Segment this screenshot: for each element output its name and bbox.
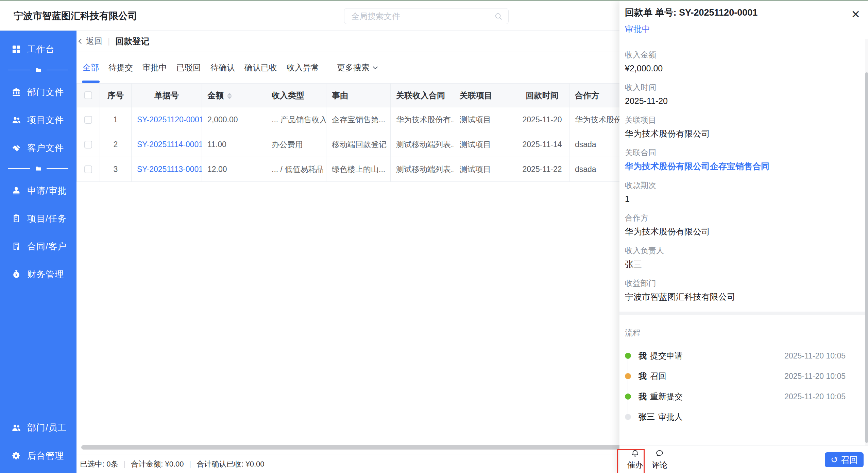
cell-amount: 2,000.00: [202, 107, 266, 132]
selected-count: 已选中: 0条: [80, 459, 118, 469]
row-checkbox[interactable]: [84, 141, 92, 148]
search-input[interactable]: [344, 8, 494, 24]
tab-income-abnormal[interactable]: 收入异常: [286, 62, 320, 73]
detail-title: 回款单 单号: SY-20251120-0001: [625, 6, 868, 19]
flow-actor: 我: [639, 350, 647, 361]
sidebar-item-customer-files[interactable]: 客户文件: [0, 139, 76, 157]
flow-dot-done: [625, 393, 631, 400]
flow-actor: 我: [639, 371, 647, 382]
field-label: 收益部门: [625, 279, 860, 287]
sidebar-item-workbench[interactable]: 工作台: [0, 40, 76, 58]
cell-reason: 移动端回款登记: [326, 132, 391, 157]
sidebar-divider: [0, 67, 76, 73]
cell-doc_no: SY-20251114-0001: [132, 132, 202, 157]
sidebar-item-project-task[interactable]: 项目/任务: [0, 209, 76, 228]
sidebar-item-label: 合同/客户: [27, 241, 67, 252]
recall-button[interactable]: ↺ 召回: [825, 452, 864, 467]
field-value: 2025-11-20: [625, 96, 860, 106]
flow-actor: 张三: [639, 411, 655, 422]
flow-step: 我提交申请2025-11-20 10:05: [625, 346, 860, 366]
sidebar-item-project-files[interactable]: 项目文件: [0, 111, 76, 129]
detail-panel-header: 回款单 单号: SY-20251120-0001 审批中 ×: [619, 1, 868, 39]
search-icon[interactable]: [494, 12, 508, 21]
cell-income_type: ... 产品销售收入: [266, 107, 326, 132]
sidebar-item-admin[interactable]: 后台管理: [0, 446, 76, 465]
cell-amount: 12.00: [202, 157, 266, 182]
tab-approving[interactable]: 审批中: [142, 62, 168, 73]
total-confirmed: 合计确认已收: ¥0.00: [197, 459, 264, 469]
flow-section-title: 流程: [625, 329, 860, 337]
column-label: 关联项目: [460, 91, 492, 100]
cell-income_type: 办公费用: [266, 132, 326, 157]
panel-scrollbar[interactable]: [865, 39, 868, 445]
field-value: 华为技术股份有限公司: [625, 227, 860, 236]
recall-label: 召回: [841, 454, 858, 466]
contract-icon: [11, 242, 22, 251]
doc-no-link[interactable]: SY-20251113-0001: [137, 165, 202, 174]
detail-field: 收入负责人张三: [625, 246, 860, 269]
breadcrumb-separator: |: [108, 36, 110, 46]
window-top-strip: [0, 0, 868, 1]
cell-contract: 测试移动端列表...: [391, 157, 454, 182]
cell-project: 测试项目: [454, 132, 515, 157]
cell-contract: 测试移动端列表...: [391, 132, 454, 157]
select-all-checkbox[interactable]: [84, 91, 92, 99]
sidebar-item-label: 财务管理: [27, 268, 64, 280]
cell-reason: 企存宝销售第...: [326, 107, 391, 132]
doc-no-link[interactable]: SY-20251114-0001: [137, 140, 202, 149]
cell-seq: 3: [100, 157, 132, 182]
panel-scrollbar-thumb[interactable]: [865, 72, 868, 443]
column-header-reason: 事由: [326, 84, 391, 107]
column-label: 收入类型: [272, 91, 304, 100]
sidebar-item-contract-customer[interactable]: 合同/客户: [0, 237, 76, 256]
total-amount: 合计金额: ¥0.00: [131, 459, 184, 469]
sidebar-item-dept-staff[interactable]: 部门/员工: [0, 418, 76, 437]
flow-step: 我召回2025-11-20 10:05: [625, 366, 860, 386]
cell-seq: 1: [100, 107, 132, 132]
tab-confirmed[interactable]: 确认已收: [244, 62, 278, 73]
row-checkbox[interactable]: [84, 116, 92, 124]
global-search[interactable]: [344, 8, 509, 24]
sidebar-item-label: 部门/员工: [27, 422, 67, 434]
tab-all[interactable]: 全部: [82, 62, 100, 73]
sidebar-item-apply-approval[interactable]: 申请/审批: [0, 181, 76, 200]
column-label: 合作方: [575, 91, 599, 100]
sort-icon[interactable]: [227, 93, 232, 99]
handshake-icon: [11, 143, 22, 153]
cell-reason: 绿色楼上的山...: [326, 157, 391, 182]
cell-project: 测试项目: [454, 107, 515, 132]
sidebar-divider: [0, 165, 76, 172]
sidebar-item-dept-files[interactable]: 部门文件: [0, 83, 76, 101]
comment-label: 评论: [652, 460, 667, 470]
team-icon: [11, 423, 22, 432]
field-label: 收入负责人: [625, 246, 860, 255]
back-button[interactable]: 返回: [79, 36, 102, 47]
field-label: 收款期次: [625, 181, 860, 189]
flow-action: 重新提交: [650, 391, 683, 402]
detail-panel: 回款单 单号: SY-20251120-0001 审批中 × 收入金额¥2,00…: [619, 1, 868, 473]
column-header-project: 关联项目: [454, 84, 515, 107]
column-label: 单据号: [154, 91, 179, 100]
tab-to-confirm[interactable]: 待确认: [210, 62, 236, 73]
row-checkbox[interactable]: [84, 165, 92, 173]
tab-rejected[interactable]: 已驳回: [176, 62, 202, 73]
field-value: 1: [625, 194, 860, 204]
more-search-button[interactable]: 更多搜索: [337, 62, 377, 73]
urge-button[interactable]: 催办: [623, 449, 647, 470]
field-value-link[interactable]: 华为技术股份有限公司企存宝销售合同: [625, 161, 860, 171]
close-icon[interactable]: ×: [851, 7, 860, 21]
field-label: 收入金额: [625, 51, 860, 59]
status-separator: |: [123, 460, 125, 469]
field-value: ¥2,000.00: [625, 64, 860, 73]
comment-button[interactable]: 评论: [647, 449, 672, 470]
moneybag-icon: ¥: [11, 269, 22, 279]
sidebar-item-finance[interactable]: ¥财务管理: [0, 265, 76, 283]
doc-no-link[interactable]: SY-20251120-0001: [137, 115, 202, 124]
back-chevron-icon: [79, 38, 84, 44]
comment-icon: [655, 449, 664, 459]
cell-project: 测试项目: [454, 157, 515, 182]
tab-to-submit[interactable]: 待提交: [108, 62, 134, 73]
column-header-income_type: 收入类型: [266, 84, 326, 107]
detail-field: 收入时间2025-11-20: [625, 83, 860, 106]
status-badge: 审批中: [625, 23, 868, 35]
